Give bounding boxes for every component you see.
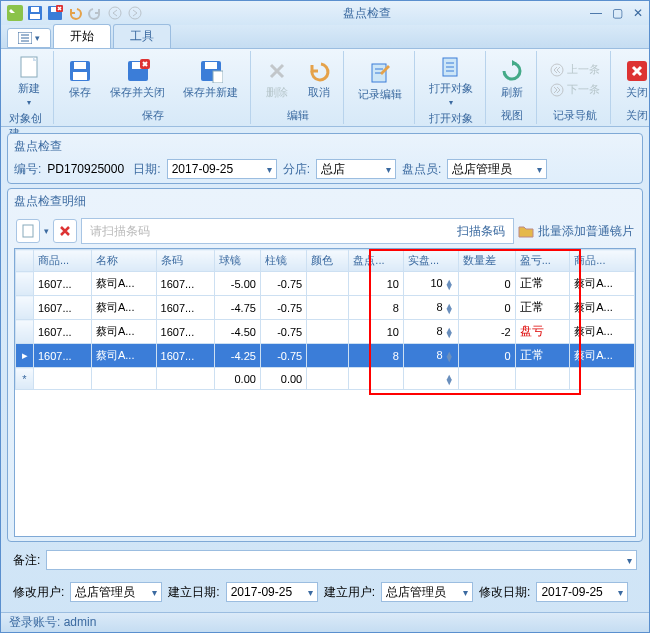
qat-next-icon[interactable] xyxy=(127,5,143,21)
moddate-combo[interactable]: 2017-09-25 xyxy=(536,582,628,602)
col-header[interactable]: 颜色 xyxy=(307,250,349,272)
cell-cyl[interactable]: -0.75 xyxy=(260,272,306,296)
row-header[interactable] xyxy=(16,272,34,296)
cell-real[interactable]: 8▲▼ xyxy=(403,344,458,368)
cell-barcode[interactable]: 1607... xyxy=(156,296,214,320)
cell-name[interactable]: 蔡司A... xyxy=(91,272,156,296)
cell-plan[interactable]: 8 xyxy=(349,344,404,368)
cell-real[interactable]: 8▲▼ xyxy=(403,296,458,320)
cell-real[interactable]: 8▲▼ xyxy=(403,320,458,344)
cell-sph[interactable]: -5.00 xyxy=(214,272,260,296)
delete-button[interactable]: 删除 xyxy=(257,55,297,104)
remark-input[interactable] xyxy=(46,550,637,570)
save-button[interactable]: 保存 xyxy=(60,55,100,104)
scan-barcode-link[interactable]: 扫描条码 xyxy=(457,223,505,240)
cell-cyl[interactable]: -0.75 xyxy=(260,296,306,320)
col-header[interactable]: 名称 xyxy=(91,250,156,272)
cell-plan[interactable]: 8 xyxy=(349,296,404,320)
cell-prod[interactable]: 蔡司A... xyxy=(570,272,635,296)
qat-saveclose-icon[interactable] xyxy=(47,5,63,21)
close-record-button[interactable]: 关闭 xyxy=(617,55,650,104)
cell-name[interactable]: 蔡司A... xyxy=(91,296,156,320)
col-header[interactable]: 实盘... xyxy=(403,250,458,272)
cell-sph[interactable]: -4.25 xyxy=(214,344,260,368)
open-object-button[interactable]: 打开对象▾ xyxy=(421,51,481,111)
cell-cyl[interactable]: -0.75 xyxy=(260,320,306,344)
moduser-combo[interactable]: 总店管理员 xyxy=(70,582,162,602)
cell-diff[interactable]: -2 xyxy=(458,320,515,344)
cell-status[interactable]: 正常 xyxy=(515,296,570,320)
refresh-button[interactable]: 刷新 xyxy=(492,55,532,104)
cell-real[interactable]: 10▲▼ xyxy=(403,272,458,296)
bulk-add-link[interactable]: 批量添加普通镜片 xyxy=(538,223,634,240)
tab-tools[interactable]: 工具 xyxy=(113,24,171,48)
cell-diff[interactable]: 0 xyxy=(458,272,515,296)
cell-name[interactable]: 蔡司A... xyxy=(91,344,156,368)
cancel-button[interactable]: 取消 xyxy=(299,55,339,104)
maximize-button[interactable]: ▢ xyxy=(612,6,623,20)
row-header[interactable]: * xyxy=(16,368,34,390)
cell-barcode[interactable]: 1607... xyxy=(156,320,214,344)
tab-start[interactable]: 开始 xyxy=(53,24,111,48)
cell-color[interactable] xyxy=(307,344,349,368)
branch-combo[interactable]: 总店 xyxy=(316,159,396,179)
col-header[interactable]: 盘点... xyxy=(349,250,404,272)
barcode-input[interactable]: 请扫描条码 扫描条码 xyxy=(81,218,514,244)
new-button[interactable]: 新建▾ xyxy=(9,51,49,111)
cell-color[interactable] xyxy=(307,320,349,344)
cell-sph[interactable]: -4.50 xyxy=(214,320,260,344)
grid-delete-button[interactable] xyxy=(53,219,77,243)
close-button[interactable]: ✕ xyxy=(633,6,643,20)
code-value: PD170925000 xyxy=(47,162,127,176)
cell-diff[interactable]: 0 xyxy=(458,344,515,368)
save-new-button[interactable]: 保存并新建 xyxy=(175,55,246,104)
cell-name[interactable]: 蔡司A... xyxy=(91,320,156,344)
checker-combo[interactable]: 总店管理员 xyxy=(447,159,547,179)
row-header[interactable] xyxy=(16,296,34,320)
svg-rect-3 xyxy=(30,14,40,19)
cell-prod[interactable]: 蔡司A... xyxy=(570,296,635,320)
cell-prod[interactable]: 蔡司A... xyxy=(570,344,635,368)
qat-undo-icon[interactable] xyxy=(67,5,83,21)
cell-barcode[interactable]: 1607... xyxy=(156,272,214,296)
qat-prev-icon[interactable] xyxy=(107,5,123,21)
col-header[interactable]: 柱镜 xyxy=(260,250,306,272)
save-close-button[interactable]: 保存并关闭 xyxy=(102,55,173,104)
col-header[interactable]: 商品... xyxy=(34,250,92,272)
cell-sph[interactable]: -4.75 xyxy=(214,296,260,320)
createdate-combo[interactable]: 2017-09-25 xyxy=(226,582,318,602)
record-edit-button[interactable]: 记录编辑 xyxy=(350,57,410,106)
file-menu-button[interactable]: ▾ xyxy=(7,28,51,48)
cell-color[interactable] xyxy=(307,272,349,296)
cell-color[interactable] xyxy=(307,296,349,320)
cell-plan[interactable]: 10 xyxy=(349,272,404,296)
cell-diff[interactable]: 0 xyxy=(458,296,515,320)
col-header[interactable]: 球镜 xyxy=(214,250,260,272)
cell-code[interactable]: 1607... xyxy=(34,296,92,320)
grid-new-button[interactable] xyxy=(16,219,40,243)
createuser-combo[interactable]: 总店管理员 xyxy=(381,582,473,602)
qat-redo-icon[interactable] xyxy=(87,5,103,21)
cell-code[interactable]: 1607... xyxy=(34,272,92,296)
cell-status[interactable]: 盘亏 xyxy=(515,320,570,344)
minimize-button[interactable]: — xyxy=(590,6,602,20)
date-picker[interactable]: 2017-09-25 xyxy=(167,159,277,179)
col-header[interactable]: 商品... xyxy=(570,250,635,272)
cell-code[interactable]: 1607... xyxy=(34,344,92,368)
cell-prod[interactable]: 蔡司A... xyxy=(570,320,635,344)
next-record-button[interactable]: 下一条 xyxy=(543,80,606,100)
cell-status[interactable]: 正常 xyxy=(515,272,570,296)
cell-plan[interactable]: 10 xyxy=(349,320,404,344)
col-header[interactable]: 条码 xyxy=(156,250,214,272)
row-header[interactable]: ▸ xyxy=(16,344,34,368)
prev-record-button[interactable]: 上一条 xyxy=(543,60,606,80)
cell-cyl[interactable]: -0.75 xyxy=(260,344,306,368)
qat-save-icon[interactable] xyxy=(27,5,43,21)
cell-barcode[interactable]: 1607... xyxy=(156,344,214,368)
col-header[interactable]: 盈亏... xyxy=(515,250,570,272)
cell-code[interactable]: 1607... xyxy=(34,320,92,344)
col-header[interactable]: 数量差 xyxy=(458,250,515,272)
data-grid[interactable]: 商品...名称条码球镜柱镜颜色盘点...实盘...数量差盈亏...商品... 1… xyxy=(14,248,636,537)
cell-status[interactable]: 正常 xyxy=(515,344,570,368)
row-header[interactable] xyxy=(16,320,34,344)
